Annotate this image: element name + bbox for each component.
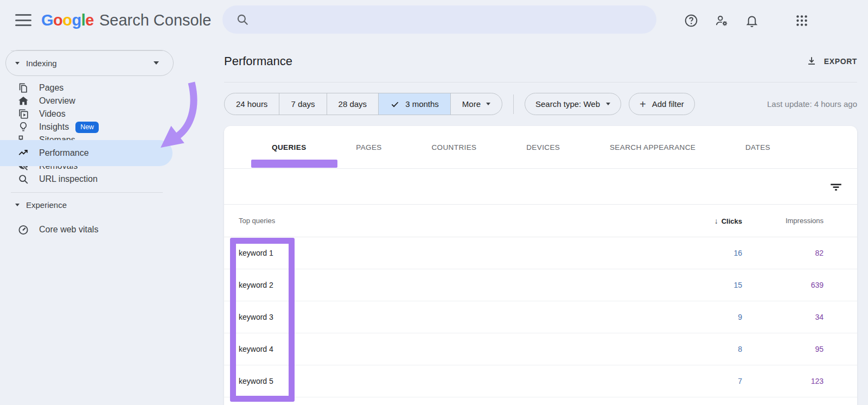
tab-dates[interactable]: DATES [745, 143, 770, 151]
table-filter-row [224, 169, 857, 205]
google-logo-text: Google [41, 11, 94, 29]
search-type-chip[interactable]: Search type: Web [525, 93, 621, 115]
impressions-cell: 34 [742, 313, 824, 321]
app-logo: Google Search Console [41, 0, 211, 41]
toolbar-divider [513, 94, 514, 114]
date-range-24-hours[interactable]: 24 hours [225, 93, 279, 115]
magnifier-icon [17, 173, 29, 185]
report-card: QUERIES PAGES COUNTRIES DEVICES SEARCH A… [224, 126, 857, 405]
column-clicks-sort[interactable]: ↓Clicks [666, 217, 742, 225]
tab-devices[interactable]: DEVICES [526, 143, 560, 151]
tab-search-appearance[interactable]: SEARCH APPEARANCE [610, 143, 695, 151]
menu-icon[interactable] [15, 14, 31, 26]
query-cell: keyword 4 [224, 345, 666, 353]
chevron-down-icon [606, 103, 610, 105]
lightbulb-icon [17, 121, 29, 133]
global-search-bar[interactable] [222, 5, 656, 34]
table-header: Top queries ↓Clicks Impressions [224, 205, 857, 237]
sidebar-item-insights[interactable]: Insights New [0, 114, 217, 140]
sidebar-section-experience[interactable]: Experience [0, 193, 217, 217]
last-update-text: Last update: 4 hours ago [767, 99, 857, 109]
date-range-7-days[interactable]: 7 days [279, 93, 326, 115]
query-cell: keyword 5 [224, 377, 666, 385]
export-button[interactable]: EXPORT [806, 55, 857, 67]
page-header: Performance EXPORT [224, 41, 857, 83]
sidebar-item-label: Performance [39, 148, 89, 158]
clicks-cell: 7 [666, 377, 742, 385]
property-selector[interactable] [5, 50, 174, 76]
more-label: More [462, 99, 481, 109]
sidebar-item-url-inspection[interactable]: URL inspection [0, 166, 217, 192]
date-range-3-months[interactable]: 3 months [378, 93, 450, 115]
check-icon [390, 99, 400, 109]
search-type-label: Search type: Web [535, 99, 600, 109]
search-icon [235, 12, 250, 27]
main-content: Performance EXPORT 24 hours 7 days 28 da… [224, 41, 857, 405]
filter-toolbar: 24 hours 7 days 28 days 3 months More Se… [224, 93, 857, 115]
date-range-28-days[interactable]: 28 days [327, 93, 379, 115]
table-row[interactable]: keyword 2 15 639 [224, 269, 857, 301]
notifications-bell-icon[interactable] [745, 14, 759, 28]
global-search-input[interactable] [257, 15, 656, 24]
sidebar-item-label: Overview [39, 96, 75, 106]
impressions-cell: 639 [742, 281, 824, 289]
plus-icon: + [640, 99, 646, 110]
trending-up-icon [17, 147, 29, 159]
help-icon[interactable] [684, 14, 698, 28]
tab-countries[interactable]: COUNTRIES [431, 143, 476, 151]
table-row[interactable]: keyword 1 16 82 [224, 237, 857, 269]
table-row[interactable]: keyword 5 7 123 [224, 365, 857, 397]
impressions-cell: 123 [742, 377, 824, 385]
sidebar-item-core-web-vitals[interactable]: Core web vitals [0, 217, 217, 243]
clicks-cell: 8 [666, 345, 742, 353]
query-cell: keyword 1 [224, 249, 666, 257]
clicks-cell: 16 [666, 249, 742, 257]
apps-grid-icon[interactable] [795, 14, 809, 28]
user-settings-icon[interactable] [714, 14, 729, 28]
column-impressions[interactable]: Impressions [742, 217, 824, 225]
tab-queries[interactable]: QUERIES [272, 143, 307, 151]
new-badge: New [75, 122, 99, 133]
column-top-queries: Top queries [224, 217, 666, 225]
app-header: Google Search Console [0, 0, 868, 41]
impressions-cell: 82 [742, 249, 824, 257]
sidebar-nav: Overview Insights New Performance URL in… [0, 88, 217, 192]
export-label: EXPORT [824, 57, 857, 66]
tab-pages[interactable]: PAGES [356, 143, 382, 151]
report-tabs: QUERIES PAGES COUNTRIES DEVICES SEARCH A… [224, 126, 857, 169]
table-row[interactable]: keyword 3 9 34 [224, 301, 857, 333]
chevron-down-icon [486, 103, 490, 105]
chevron-down-icon [154, 61, 159, 65]
header-actions [684, 0, 809, 41]
add-filter-label: Add filter [652, 99, 684, 109]
section-label: Experience [26, 200, 67, 210]
table-body: keyword 1 16 82 keyword 2 15 639 keyword… [224, 237, 857, 397]
page-title: Performance [224, 54, 292, 68]
date-range-more[interactable]: More [450, 93, 502, 115]
sidebar-item-label: Core web vitals [39, 225, 98, 235]
queries-tab-highlight-annotation [251, 160, 337, 168]
date-range-control: 24 hours 7 days 28 days 3 months More [224, 93, 502, 115]
filter-list-icon[interactable] [829, 180, 843, 194]
sidebar-item-label: URL inspection [39, 174, 98, 184]
gauge-icon [17, 224, 29, 236]
add-filter-chip[interactable]: + Add filter [629, 93, 695, 115]
clicks-cell: 15 [666, 281, 742, 289]
download-icon [806, 55, 818, 67]
sidebar-item-label: Insights [39, 122, 69, 132]
query-cell: keyword 2 [224, 281, 666, 289]
query-cell: keyword 3 [224, 313, 666, 321]
column-label: Clicks [722, 217, 742, 225]
impressions-cell: 95 [742, 345, 824, 353]
home-icon [17, 95, 29, 107]
table-row[interactable]: keyword 4 8 95 [224, 333, 857, 365]
date-range-label: 3 months [405, 99, 439, 109]
clicks-cell: 9 [666, 313, 742, 321]
sidebar-item-performance[interactable]: Performance [0, 140, 173, 166]
collapse-caret-icon [15, 204, 20, 206]
product-name: Search Console [99, 11, 211, 29]
sort-desc-arrow-icon: ↓ [714, 217, 718, 225]
sidebar-item-overview[interactable]: Overview [0, 88, 217, 114]
sidebar: Overview Insights New Performance URL in… [0, 41, 217, 405]
